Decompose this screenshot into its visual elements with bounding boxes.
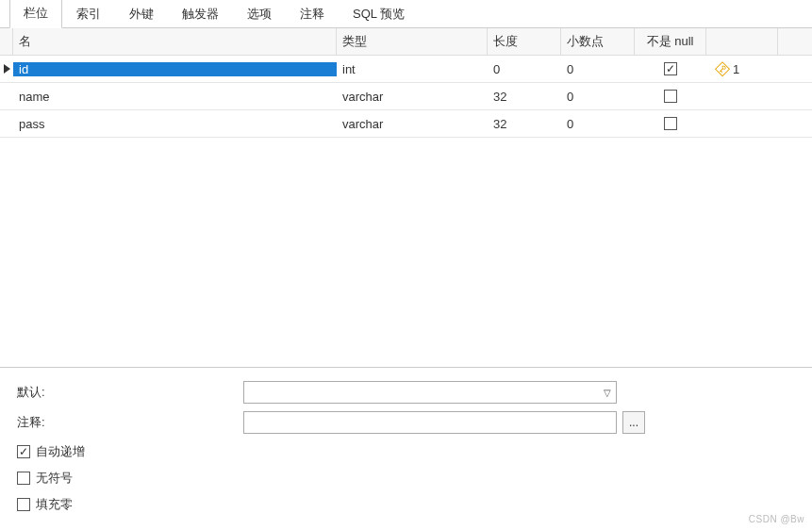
col-notnull-header[interactable]: 不是 null (635, 28, 706, 55)
tab-0[interactable]: 栏位 (9, 0, 62, 28)
cell-length[interactable]: 32 (488, 117, 561, 131)
col-type-header[interactable]: 类型 (337, 28, 488, 55)
tab-bar: 栏位索引外键触发器选项注释SQL 预览 (0, 0, 812, 28)
tab-1[interactable]: 索引 (62, 0, 115, 28)
notnull-checkbox[interactable] (664, 90, 677, 103)
tab-4[interactable]: 选项 (233, 0, 286, 28)
col-name-header[interactable]: 名 (13, 28, 337, 55)
key-icon: ⚿ (712, 58, 732, 78)
cell-length[interactable]: 32 (488, 90, 561, 104)
zerofill-checkbox[interactable] (17, 498, 30, 511)
cell-name[interactable]: pass (13, 117, 337, 131)
current-row-icon (4, 64, 10, 74)
cell-type[interactable]: int (337, 62, 488, 76)
cell-notnull[interactable] (635, 62, 706, 75)
auto-increment-row[interactable]: 自动递增 (17, 443, 795, 460)
cell-decimals[interactable]: 0 (561, 117, 635, 131)
default-row: 默认: ▽ (17, 381, 795, 404)
table-row[interactable]: passvarchar320 (0, 110, 812, 138)
watermark: CSDN @Bw (749, 514, 804, 524)
unsigned-label: 无符号 (36, 470, 73, 487)
default-label: 默认: (17, 384, 243, 401)
default-select[interactable] (243, 381, 617, 404)
tab-2[interactable]: 外键 (115, 0, 168, 28)
cell-notnull[interactable] (635, 90, 706, 103)
col-decimals-header[interactable]: 小数点 (561, 28, 635, 55)
cell-type[interactable]: varchar (337, 90, 488, 104)
zerofill-label: 填充零 (36, 496, 73, 513)
cell-name[interactable]: name (13, 90, 337, 104)
row-marker (0, 64, 13, 74)
notnull-checkbox[interactable] (664, 62, 677, 75)
grid-header: 名 类型 长度 小数点 不是 null (0, 28, 812, 56)
col-key-header[interactable] (706, 28, 778, 55)
unsigned-row[interactable]: 无符号 (17, 470, 795, 487)
fields-grid: 名 类型 长度 小数点 不是 null idint00⚿1namevarchar… (0, 28, 812, 138)
field-properties-panel: 默认: ▽ 注释: ... 自动递增 无符号 填充零 (0, 367, 812, 530)
tab-5[interactable]: 注释 (286, 0, 339, 28)
tab-6[interactable]: SQL 预览 (339, 0, 419, 28)
cell-type[interactable]: varchar (337, 117, 488, 131)
cell-name[interactable]: id (13, 62, 337, 76)
comment-row: 注释: ... (17, 411, 795, 434)
comment-more-button[interactable]: ... (622, 411, 645, 434)
cell-length[interactable]: 0 (488, 62, 561, 76)
comment-input[interactable] (243, 411, 617, 434)
tab-3[interactable]: 触发器 (168, 0, 233, 28)
auto-increment-checkbox[interactable] (17, 445, 30, 458)
col-marker-header (0, 28, 13, 55)
zerofill-row[interactable]: 填充零 (17, 496, 795, 513)
unsigned-checkbox[interactable] (17, 472, 30, 485)
col-length-header[interactable]: 长度 (488, 28, 561, 55)
cell-decimals[interactable]: 0 (561, 90, 635, 104)
comment-label: 注释: (17, 414, 243, 431)
table-row[interactable]: idint00⚿1 (0, 56, 812, 83)
cell-decimals[interactable]: 0 (561, 62, 635, 76)
cell-key[interactable]: ⚿1 (706, 61, 778, 76)
auto-increment-label: 自动递增 (36, 443, 85, 460)
cell-notnull[interactable] (635, 117, 706, 130)
key-index: 1 (733, 62, 739, 76)
notnull-checkbox[interactable] (664, 117, 677, 130)
table-row[interactable]: namevarchar320 (0, 83, 812, 110)
